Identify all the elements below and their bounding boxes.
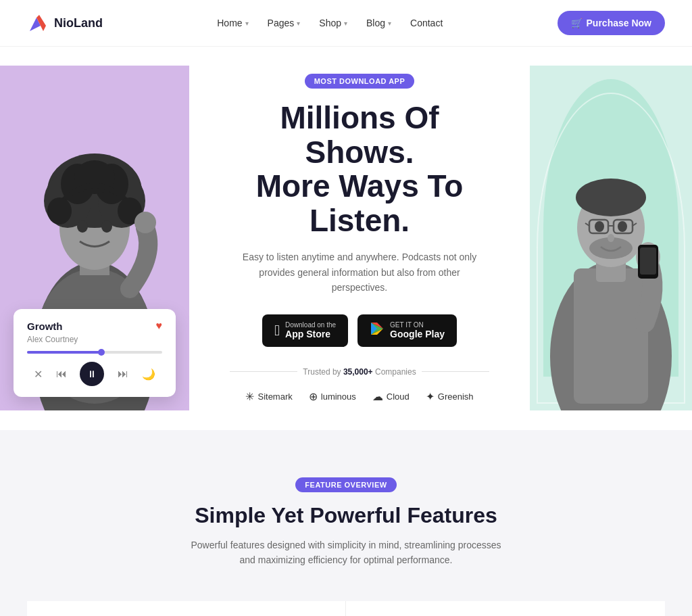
google-play-icon xyxy=(370,321,385,340)
app-store-button[interactable]:  Download on the App Store xyxy=(262,314,348,347)
apple-icon:  xyxy=(274,322,280,339)
progress-bar[interactable] xyxy=(27,351,162,354)
hero-right-image xyxy=(530,66,692,410)
greenish-logo: ✦ Greenish xyxy=(426,390,474,403)
brand-name: NioLand xyxy=(54,16,103,30)
sitemark-logo: ✳ Sitemark xyxy=(245,390,292,403)
store-buttons:  Download on the App Store GET IT ON xyxy=(230,314,489,347)
nav-pages[interactable]: Pages ▾ xyxy=(268,18,301,28)
feature-grid: Hey Siri, play my podcasts Just ask your… xyxy=(27,601,665,616)
features-subtitle: Powerful features designed with simplici… xyxy=(184,538,508,568)
svg-point-15 xyxy=(47,197,72,224)
navbar: NioLand Home ▾ Pages ▾ Shop ▾ Blog ▾ Con… xyxy=(0,0,692,47)
logo-icon xyxy=(27,12,49,34)
svg-point-13 xyxy=(77,220,88,233)
cloud-logo: ☁ Cloud xyxy=(372,390,410,403)
hero-left-image: Growth ♥ Alex Courtney ✕ ⏮ ⏸ ⏭ 🌙 xyxy=(0,66,189,410)
chevron-down-icon: ▾ xyxy=(245,20,249,27)
next-button[interactable]: ⏭ xyxy=(118,368,128,380)
shuffle-button[interactable]: ✕ xyxy=(34,368,43,381)
svg-point-35 xyxy=(608,234,614,242)
previous-button[interactable]: ⏮ xyxy=(56,368,67,380)
nav-home[interactable]: Home ▾ xyxy=(217,18,248,28)
hero-badge: MOST DOWNLOAD APP xyxy=(305,74,415,89)
company-logos: ✳ Sitemark ⊕ luminous ☁ Cloud ✦ Greenish xyxy=(230,390,489,403)
svg-point-29 xyxy=(618,221,627,232)
nav-blog[interactable]: Blog ▾ xyxy=(366,18,391,28)
music-player-card: Growth ♥ Alex Courtney ✕ ⏮ ⏸ ⏭ 🌙 xyxy=(14,309,176,397)
features-section: FEATURE OVERVIEW Simple Yet Powerful Fea… xyxy=(0,430,692,616)
hero-center: MOST DOWNLOAD APP Millions Of Shows. Mor… xyxy=(189,47,530,430)
nav-links: Home ▾ Pages ▾ Shop ▾ Blog ▾ Contact xyxy=(217,18,443,28)
chevron-down-icon: ▾ xyxy=(297,20,300,27)
track-name: Growth xyxy=(27,321,63,332)
progress-fill xyxy=(27,351,101,354)
heart-icon[interactable]: ♥ xyxy=(156,320,163,332)
progress-dot xyxy=(98,349,105,356)
svg-point-28 xyxy=(595,221,604,232)
play-pause-button[interactable]: ⏸ xyxy=(80,362,104,386)
google-play-button[interactable]: GET IT ON Google Play xyxy=(357,314,457,347)
nav-shop[interactable]: Shop ▾ xyxy=(319,18,347,28)
purchase-now-button[interactable]: 🛒 Purchase Now xyxy=(558,11,665,35)
hero-title: Millions Of Shows. More Ways To Listen. xyxy=(230,101,489,237)
feature-badge: FEATURE OVERVIEW xyxy=(295,477,396,492)
luminous-logo: ⊕ luminous xyxy=(309,390,356,403)
chevron-down-icon: ▾ xyxy=(388,20,391,27)
svg-rect-23 xyxy=(574,268,648,404)
features-title: Simple Yet Powerful Features xyxy=(27,503,665,528)
feature-card-siri: Hey Siri, play my podcasts Just ask your… xyxy=(27,601,346,616)
cart-icon: 🛒 xyxy=(571,18,583,28)
logo[interactable]: NioLand xyxy=(27,12,103,34)
svg-point-14 xyxy=(101,220,112,233)
section-header: FEATURE OVERVIEW Simple Yet Powerful Fea… xyxy=(27,477,665,568)
nav-contact[interactable]: Contact xyxy=(410,18,443,28)
hero-section: Growth ♥ Alex Courtney ✕ ⏮ ⏸ ⏭ 🌙 MOST DO… xyxy=(0,47,692,430)
svg-point-17 xyxy=(134,212,156,233)
feature-card-subscription: 1 month free subscriptions Beyond hearin… xyxy=(346,601,665,616)
hero-person-right-svg xyxy=(530,66,692,410)
svg-rect-38 xyxy=(640,247,656,275)
svg-point-26 xyxy=(576,179,646,216)
trusted-row: Trusted by 35,000+ Companies xyxy=(230,367,489,377)
player-controls: ✕ ⏮ ⏸ ⏭ 🌙 xyxy=(27,362,162,386)
artist-name: Alex Courtney xyxy=(27,335,162,344)
repeat-button[interactable]: 🌙 xyxy=(142,368,155,381)
chevron-down-icon: ▾ xyxy=(344,20,347,27)
hero-subtitle: Easy to listen anytime and anywhere. Pod… xyxy=(238,250,481,295)
trusted-label: Trusted by 35,000+ Companies xyxy=(303,367,416,377)
